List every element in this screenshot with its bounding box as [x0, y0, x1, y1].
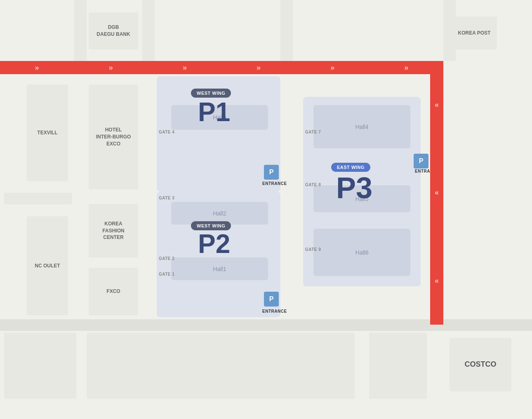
gate9-label: GATE 9 — [305, 247, 321, 252]
korea-fashion-building: KOREA FASHION CENTER — [89, 204, 138, 257]
parking-icon-east: P — [414, 154, 428, 169]
arrow-4: » — [257, 63, 261, 72]
gate7-label: GATE 7 — [305, 130, 321, 134]
hall6-box: Hall6 — [313, 229, 410, 276]
p2-label: P2 — [198, 229, 230, 259]
texvill-label: TEXVILL — [37, 129, 57, 136]
costco-building: COSTCO — [450, 338, 511, 391]
arrow-down-2: « — [435, 188, 439, 197]
entrance-label-bottom: ENTRANCE — [262, 309, 287, 314]
arrow-1: » — [35, 63, 39, 72]
parking-p-label-bottom: P — [269, 295, 274, 303]
divider-3 — [280, 0, 293, 61]
arrow-6: » — [404, 63, 408, 72]
texvill-building: TEXVILL — [27, 84, 68, 181]
arrow-down-3: « — [435, 276, 439, 285]
gate3-label: GATE 3 — [159, 196, 174, 200]
p1-label: P1 — [198, 97, 230, 127]
divider-1 — [74, 0, 87, 61]
hotel-label: HOTEL INTER-BURGO EXCO — [96, 126, 131, 147]
fxco-building: FXCO — [89, 268, 138, 315]
bottom-building-3 — [369, 333, 427, 399]
east-wing-badge: EAST WING — [331, 163, 370, 172]
gate4-label: GATE 4 — [159, 130, 174, 134]
bottom-building-1 — [4, 333, 76, 399]
entrance-label-mid: ENTRANCE — [262, 181, 287, 186]
nc-outlet-building: NC OULET — [27, 216, 68, 315]
hall2-label: Hall2 — [213, 210, 226, 217]
gate2-label: GATE 2 — [159, 256, 174, 261]
entrance-bottom-text: ENTRANCE — [262, 309, 287, 314]
hall1-box: Hall1 — [171, 257, 268, 280]
gate8-label: GATE 8 — [305, 183, 321, 187]
divider-2 — [142, 0, 155, 61]
korea-post-building: KOREA POST — [452, 16, 497, 49]
parking-icon-mid: P — [264, 165, 279, 180]
west-wing-p1-badge: WEST WING — [191, 89, 231, 98]
dgb-daegu-bank-label: DGB DAEGU BANK — [97, 24, 130, 38]
hall4-label: Hall4 — [355, 124, 369, 130]
road-bottom — [0, 319, 532, 331]
entrance-mid-text: ENTRANCE — [262, 181, 287, 186]
dgb-daegu-bank-building: DGB DAEGU BANK — [89, 12, 138, 49]
hall4-box: Hall4 — [313, 105, 410, 148]
map-container: DGB DAEGU BANK KOREA POST » » » » » » « … — [0, 0, 532, 419]
arrow-5: » — [330, 63, 334, 72]
small-rect-left — [4, 193, 72, 204]
bottom-building-2 — [87, 333, 355, 399]
costco-label: COSTCO — [464, 359, 496, 370]
p3-label: P3 — [336, 171, 372, 205]
road-vertical: « « « — [430, 61, 443, 325]
road-horizontal: » » » » » » — [0, 61, 443, 74]
korea-post-label: KOREA POST — [458, 30, 491, 37]
parking-p-label-east: P — [419, 157, 424, 165]
hall1-label: Hall1 — [213, 266, 226, 272]
arrow-3: » — [183, 63, 187, 72]
hall6-label: Hall6 — [355, 249, 369, 256]
parking-icon-bottom: P — [264, 292, 279, 307]
korea-fashion-label: KOREA FASHION CENTER — [102, 220, 124, 241]
nc-outlet-label: NC OULET — [35, 262, 60, 269]
hotel-building: HOTEL INTER-BURGO EXCO — [89, 84, 138, 190]
arrow-down-1: « — [435, 101, 439, 109]
parking-p-label-mid: P — [269, 169, 274, 176]
gate1-label: GATE 1 — [159, 272, 174, 276]
arrow-2: » — [109, 63, 113, 72]
fxco-label: FXCO — [106, 288, 120, 295]
